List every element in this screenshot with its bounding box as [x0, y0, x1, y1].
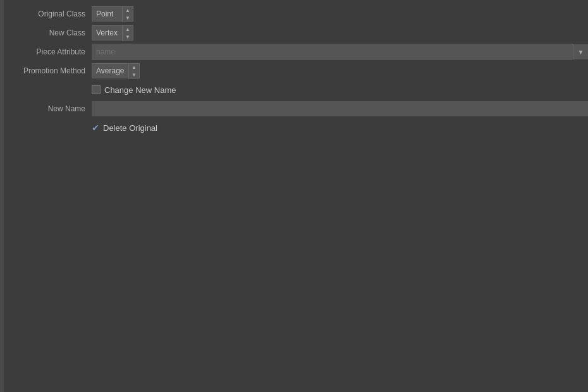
page-wrapper: Original Class Point Vertex Edge Face ▲ …	[0, 0, 588, 392]
new-class-row: New Class Point Vertex Edge Face ▲ ▼	[0, 24, 588, 42]
promotion-method-select-wrapper[interactable]: Average Min Max Sum ▲ ▼	[92, 63, 140, 78]
new-class-select[interactable]: Point Vertex Edge Face	[92, 26, 122, 40]
original-class-label: Original Class	[0, 9, 92, 18]
promotion-method-spinner-down[interactable]: ▼	[129, 71, 139, 79]
original-class-spinner-down[interactable]: ▼	[123, 15, 133, 22]
piece-attribute-row: Piece Attribute ▼	[0, 43, 588, 61]
promotion-method-label: Promotion Method	[0, 66, 92, 75]
original-class-spinner: ▲ ▼	[122, 7, 133, 22]
delete-original-text: Delete Original	[103, 123, 157, 133]
new-name-input[interactable]	[92, 101, 588, 116]
new-class-spinner-down[interactable]: ▼	[123, 34, 133, 41]
piece-attribute-input[interactable]	[92, 44, 572, 59]
change-new-name-text: Change New Name	[104, 85, 176, 95]
change-new-name-checkbox[interactable]	[92, 85, 101, 94]
original-class-spinner-up[interactable]: ▲	[123, 7, 133, 15]
promotion-method-spinner-up[interactable]: ▲	[129, 64, 139, 71]
original-class-control: Point Vertex Edge Face ▲ ▼	[92, 6, 588, 21]
new-name-control	[92, 101, 588, 116]
delete-original-row: ✔ Delete Original	[0, 119, 588, 137]
piece-attribute-dropdown-arrow[interactable]: ▼	[573, 44, 588, 59]
change-new-name-checkbox-label[interactable]: Change New Name	[92, 85, 176, 95]
new-name-label: New Name	[0, 104, 92, 113]
original-class-row: Original Class Point Vertex Edge Face ▲ …	[0, 5, 588, 23]
change-new-name-row: Change New Name	[0, 81, 588, 99]
promotion-method-control: Average Min Max Sum ▲ ▼	[92, 63, 588, 78]
new-class-spinner: ▲ ▼	[122, 26, 133, 41]
new-name-row: New Name	[0, 100, 588, 118]
promotion-method-row: Promotion Method Average Min Max Sum ▲ ▼	[0, 62, 588, 80]
left-bar	[0, 0, 4, 392]
piece-attribute-container	[92, 44, 573, 60]
original-class-select[interactable]: Point Vertex Edge Face	[92, 7, 122, 21]
piece-attribute-label: Piece Attribute	[0, 47, 92, 56]
original-class-select-wrapper[interactable]: Point Vertex Edge Face ▲ ▼	[92, 6, 133, 21]
piece-attribute-control: ▼	[92, 44, 588, 60]
promotion-method-select[interactable]: Average Min Max Sum	[92, 64, 128, 78]
new-class-label: New Class	[0, 28, 92, 37]
new-class-control: Point Vertex Edge Face ▲ ▼	[92, 25, 588, 40]
new-class-select-wrapper[interactable]: Point Vertex Edge Face ▲ ▼	[92, 25, 133, 40]
form-container: Original Class Point Vertex Edge Face ▲ …	[0, 0, 588, 142]
new-class-spinner-up[interactable]: ▲	[123, 26, 133, 34]
delete-original-checkmark-icon: ✔	[92, 123, 99, 133]
promotion-method-spinner: ▲ ▼	[128, 64, 139, 79]
